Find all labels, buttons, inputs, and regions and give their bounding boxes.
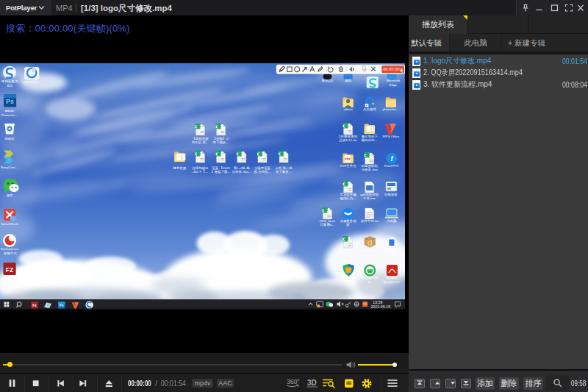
svg-text:2022-09-15: 2022-09-15 [370,304,390,309]
svg-text:软件管家: 软件管家 [342,277,355,280]
svg-text:2021_back: 2021_back [320,219,336,223]
svg-text:Adobe: Adobe [5,110,15,113]
svg-text:程.mp4: 程.mp4 [387,252,398,256]
svg-text:EasyCrea…: EasyCrea… [1,165,18,169]
svg-text:Flash中心: Flash中心 [384,163,399,168]
svg-text:photosho…: photosho… [383,108,400,112]
svg-text:陌下载风…: 陌下载风… [213,141,229,145]
svg-text:Photosho…: Photosho… [1,114,18,118]
svg-text:如蓝源砖则: 如蓝源砖则 [361,164,379,168]
svg-text:【全集】小: 【全集】小 [213,137,230,140]
svg-text:Ps: Ps [6,99,14,106]
svg-text:Acrobat: Acrobat [386,277,398,280]
svg-text:20141129…: 20141129… [23,80,40,84]
svg-text:FZ: FZ [6,266,13,274]
svg-text:天翼数务独: 天翼数务独 [340,219,357,223]
svg-text:小程-第二批: 小程-第二批 [275,166,293,170]
svg-text:网络: 网络 [345,79,351,83]
svg-text:工具.exe: 工具.exe [363,197,376,201]
svg-text:Microsoft: Microsoft [387,79,401,83]
svg-text:此电脑: 此电脑 [387,218,397,224]
svg-text:Fz: Fz [32,303,37,307]
svg-text:-431个【…: -431个【… [192,171,208,174]
svg-text:总表8.12.xls: 总表8.12.xls [339,139,358,143]
svg-text:filezilla-se…: filezilla-se… [1,278,18,282]
svg-text:回收站: 回收站 [4,137,15,140]
svg-text:-快捷方式: -快捷方式 [2,252,17,256]
svg-text:压结果-无a…: 压结果-无a… [232,171,251,174]
svg-text:软件常用.txt: 软件常用.txt [361,219,379,223]
svg-text:家: 家 [346,224,350,227]
svg-text:器: 器 [368,280,372,284]
svg-text:第1+2批-畅: 第1+2批-畅 [234,166,250,170]
svg-text:360安全浏览: 360安全浏览 [360,277,379,280]
svg-text:3D: 3D [307,379,317,387]
svg-text:admin: admin [344,108,354,112]
svg-text:计算通d…: 计算通d… [320,223,334,227]
svg-text:腾讯QQ: 腾讯QQ [322,79,334,83]
svg-text:览器: 览器 [7,84,13,88]
svg-text:Edge: Edge [390,83,398,87]
svg-text:Ps: Ps [60,304,64,308]
svg-text:Reader DC: Reader DC [384,280,401,284]
svg-text:企业微信: 企业微信 [363,108,376,112]
svg-text:软件更新流: 软件更新流 [384,248,401,252]
svg-text:】最新下载…: 】最新下载… [211,171,231,174]
svg-text:最占加的下: 最占加的下 [362,135,379,138]
svg-text:apk信息波取: apk信息波取 [360,193,379,196]
svg-text:更新-【2022: 更新-【2022 [212,166,230,170]
svg-text:载器的光…: 载器的光… [362,139,378,143]
svg-text:SwitchHosts: SwitchHosts [1,222,19,226]
svg-text:CuteCham…: CuteCham… [360,248,379,252]
svg-text:未下载资…: 未下载资… [276,171,292,174]
svg-text:风险的故事-: 风险的故事- [340,248,357,252]
svg-text:建筑资源: 建筑资源 [172,166,186,170]
svg-text:记录表.xlsx: 记录表.xlsx [361,168,379,172]
svg-text:13:58: 13:58 [373,300,382,304]
svg-text:FormatLrere: FormatLrere [1,248,19,252]
svg-text:PDF: PDF [345,158,351,161]
svg-text:360°: 360° [287,378,300,385]
svg-text:控制面板: 控制面板 [384,193,398,196]
svg-text:【蓝鲸资源: 【蓝鲸资源 [192,137,209,140]
svg-text:WPS Office: WPS Office [383,135,400,138]
svg-text:PDF文件夹: PDF文件夹 [340,164,357,168]
svg-text:微信: 微信 [7,193,13,197]
svg-text:包石乐-第…: 包石乐-第… [192,141,209,145]
